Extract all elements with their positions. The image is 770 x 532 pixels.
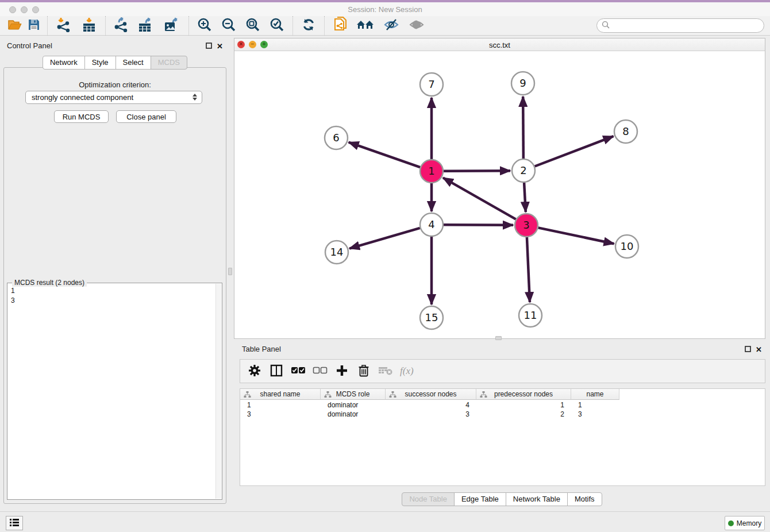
close-panel-button[interactable]: Close panel (116, 110, 176, 123)
export-table-button[interactable] (133, 17, 159, 34)
mcds-result-text[interactable]: 1 3 (9, 284, 215, 498)
node-6[interactable]: 6 (325, 126, 348, 149)
node-3[interactable]: 3 (515, 214, 538, 237)
select-all-button[interactable] (288, 363, 308, 380)
cell-shared-name[interactable]: 3 (240, 410, 321, 419)
zoom-out-button[interactable] (217, 17, 241, 34)
refresh-icon (301, 17, 316, 34)
close-panel-icon[interactable]: ✕ (217, 42, 223, 51)
cell-successor-nodes[interactable]: 4 (386, 400, 476, 410)
memory-button[interactable]: Memory (725, 516, 765, 530)
show-all-button[interactable] (404, 17, 429, 34)
cell-MCDS-role[interactable]: dominator (321, 410, 386, 419)
node-label: 14 (330, 246, 344, 258)
tab-style[interactable]: Style (84, 56, 116, 70)
node-11[interactable]: 11 (519, 304, 542, 327)
function-builder-icon[interactable]: f(x) (398, 365, 414, 377)
search-input[interactable] (613, 20, 764, 32)
cell-name[interactable]: 3 (571, 410, 619, 419)
export-image-button[interactable] (159, 17, 185, 34)
node-9[interactable]: 9 (511, 72, 534, 95)
node-7[interactable]: 7 (420, 73, 443, 96)
export-network-button[interactable] (109, 17, 133, 34)
node-14[interactable]: 14 (325, 241, 348, 264)
float-panel-icon[interactable] (745, 344, 751, 354)
float-panel-icon[interactable] (206, 41, 212, 51)
cell-predecessor-nodes[interactable]: 1 (476, 400, 571, 410)
horizontal-splitter-handle[interactable] (495, 336, 502, 340)
table-row[interactable]: 3dominator323 (240, 410, 619, 419)
table-row[interactable]: 1dominator411 (240, 400, 619, 410)
cell-shared-name[interactable]: 1 (240, 400, 321, 410)
cell-successor-nodes[interactable]: 3 (386, 410, 476, 419)
zoom-in-button[interactable] (192, 17, 217, 34)
hide-selected-button[interactable] (379, 17, 404, 34)
control-panel-window-buttons: ✕ (206, 41, 223, 51)
tab-network[interactable]: Network (43, 56, 85, 70)
run-mcds-button[interactable]: Run MCDS (54, 110, 109, 123)
vertical-splitter-handle[interactable] (228, 268, 232, 275)
edge-3-11[interactable] (527, 237, 530, 302)
tab-node-table[interactable]: Node Table (402, 492, 455, 506)
new-network-from-selection-button[interactable] (328, 17, 352, 34)
edge-1-2[interactable] (444, 171, 510, 171)
edge-2-8[interactable] (535, 136, 614, 166)
node-10[interactable]: 10 (615, 235, 638, 258)
node-label: 1 (428, 165, 434, 177)
cell-MCDS-role[interactable]: dominator (321, 400, 386, 410)
edge-4-3[interactable] (444, 225, 513, 225)
delete-table-button[interactable] (376, 363, 395, 380)
task-history-button[interactable] (6, 516, 23, 530)
edge-1-6[interactable] (349, 142, 420, 167)
open-session-button[interactable] (5, 17, 24, 34)
network-canvas[interactable]: 7968124314101511 (234, 51, 765, 338)
show-all-icon (409, 18, 425, 33)
zoom-selected-button[interactable] (265, 17, 289, 34)
add-column-button[interactable] (332, 363, 352, 380)
column-header-successor-nodes[interactable]: successor nodes (386, 389, 476, 400)
delete-column-button[interactable] (354, 363, 374, 380)
criterion-select[interactable]: strongly connected component (25, 91, 202, 104)
tab-select[interactable]: Select (116, 56, 151, 70)
refresh-button[interactable] (297, 17, 321, 34)
node-15[interactable]: 15 (420, 306, 443, 329)
column-header-MCDS-role[interactable]: MCDS role (321, 389, 386, 400)
first-neighbors-icon (356, 18, 375, 33)
zoom-out-icon (221, 17, 236, 34)
cell-name[interactable]: 1 (571, 400, 619, 410)
column-header-name[interactable]: name (571, 389, 619, 400)
application-window: Session: New Session Control Panel (0, 0, 770, 532)
edge-4-14[interactable] (349, 228, 420, 249)
node-2[interactable]: 2 (512, 159, 535, 182)
tab-motifs[interactable]: Motifs (567, 492, 602, 506)
import-table-button[interactable] (76, 17, 102, 34)
gear-button[interactable] (245, 363, 264, 380)
table-panel-tabs: Node TableEdge TableNetwork TableMotifs (234, 492, 770, 506)
first-neighbors-button[interactable] (352, 17, 379, 34)
column-hierarchy-icon (244, 391, 251, 400)
node-8[interactable]: 8 (614, 120, 637, 143)
node-1[interactable]: 1 (420, 160, 443, 183)
control-panel: Control Panel ✕ NetworkStyleSelectMCDS O… (0, 36, 230, 511)
new-network-from-selection-icon (333, 17, 348, 34)
cell-predecessor-nodes[interactable]: 2 (476, 410, 571, 419)
import-network-button[interactable] (51, 17, 76, 34)
toolbar-separator (324, 16, 325, 36)
edge-2-9[interactable] (523, 97, 523, 159)
split-columns-button[interactable] (267, 363, 286, 380)
column-header-predecessor-nodes[interactable]: predecessor nodes (476, 389, 571, 400)
node-4[interactable]: 4 (420, 213, 443, 236)
tab-mcds[interactable]: MCDS (151, 56, 187, 70)
column-hierarchy-icon (480, 391, 487, 400)
close-panel-icon[interactable]: ✕ (756, 345, 762, 354)
tab-network-table[interactable]: Network Table (506, 492, 568, 506)
tab-edge-table[interactable]: Edge Table (454, 492, 506, 506)
edge-3-10[interactable] (538, 228, 614, 244)
edge-2-3[interactable] (524, 183, 526, 212)
unselect-all-button[interactable] (310, 363, 330, 380)
zoom-fit-button[interactable] (241, 17, 265, 34)
save-session-button[interactable] (24, 17, 44, 34)
mcds-result-scrollbar[interactable] (215, 284, 221, 499)
edge-3-1[interactable] (443, 178, 516, 219)
column-header-shared-name[interactable]: shared name (240, 389, 321, 400)
